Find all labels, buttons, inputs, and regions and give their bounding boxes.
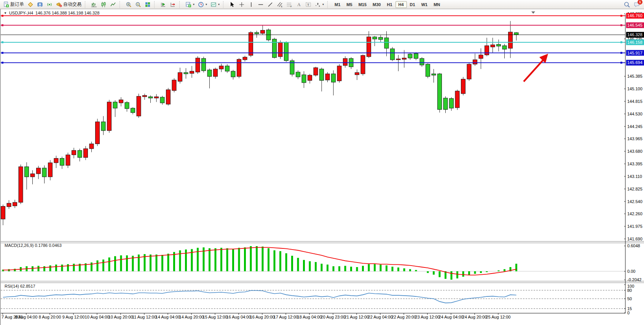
arrows-caret: ▾	[322, 3, 324, 6]
chart-ohlc-readout: 146.376 146.388 146.198 146.328	[35, 11, 99, 15]
candle-body	[255, 32, 259, 34]
hline-handle[interactable]	[2, 41, 3, 43]
timeframe-h1[interactable]: H1	[384, 1, 395, 8]
arrows-tool-button[interactable]: ▾	[313, 1, 325, 8]
auto-trading-icon	[56, 1, 62, 8]
clock-icon	[198, 1, 204, 8]
bar-chart-button[interactable]	[89, 1, 99, 8]
templates-caret: ▾	[218, 3, 220, 6]
svg-text:T: T	[307, 3, 309, 6]
time-axis-label: 10 Aug 20:00	[108, 315, 133, 319]
periods-button[interactable]: ▾	[196, 1, 209, 8]
candle-body	[432, 74, 436, 75]
timeframe-d1[interactable]: D1	[407, 1, 418, 8]
auto-trading-button[interactable]: 自动交易	[54, 1, 83, 8]
horizontal-line-tool-button[interactable]	[256, 1, 265, 8]
time-axis-label: 18 Aug 04:00	[297, 315, 322, 319]
hline-handle[interactable]	[620, 62, 622, 64]
hline-handle[interactable]	[2, 52, 3, 54]
timeframe-h4[interactable]: H4	[395, 1, 407, 8]
cursor-tool-button[interactable]	[227, 1, 237, 8]
timeframe-m1[interactable]: M1	[332, 1, 343, 8]
rsi-axis-label: 0	[627, 311, 630, 315]
line-chart-button[interactable]	[108, 1, 118, 8]
time-axis-label: 8 Aug 04:00	[15, 315, 38, 319]
candle-body	[278, 42, 282, 57]
chevron-down-icon: ▼	[4, 11, 7, 15]
macd-axis-label: 0.6048	[627, 243, 640, 248]
text-label-icon: T	[305, 1, 311, 8]
candle-body	[261, 30, 265, 33]
price-axis-label: 145.100	[627, 86, 642, 91]
timeframe-mn[interactable]: MN	[430, 1, 443, 8]
toolbar-separator	[154, 1, 156, 8]
candle-body	[502, 46, 507, 49]
crosshair-icon	[238, 1, 245, 8]
fibonacci-tool-button[interactable]: F	[284, 1, 294, 8]
candle-body	[7, 203, 11, 207]
candle-body	[302, 75, 306, 83]
equidistant-channel-tool-button[interactable]: E	[275, 1, 284, 8]
market-depth-button[interactable]	[26, 1, 35, 8]
signals-button[interactable]	[45, 1, 54, 8]
chart-title-bar[interactable]: ▼ USDJPY-,H4 146.376 146.388 146.198 146…	[4, 10, 99, 16]
trendline-tool-button[interactable]	[265, 1, 275, 8]
panel-separator[interactable]	[1, 242, 644, 243]
templates-button[interactable]: ▾	[209, 1, 221, 8]
timeframe-m5[interactable]: M5	[343, 1, 355, 8]
crosshair-tool-button[interactable]	[237, 1, 246, 8]
indicators-button[interactable]: ▾	[183, 1, 196, 8]
candle-body	[172, 80, 176, 91]
price-axis-label: 144.815	[627, 99, 642, 104]
notifications-button[interactable]: 1	[634, 1, 640, 8]
hline-handle[interactable]	[620, 41, 622, 43]
zoom-out-button[interactable]	[133, 1, 143, 8]
time-axis-label: 9 Aug 12:00	[62, 315, 85, 319]
data-window-button[interactable]	[35, 1, 45, 8]
price-axis-label: 143.110	[627, 174, 642, 179]
candle-body	[296, 72, 300, 77]
auto-scroll-button[interactable]	[158, 1, 168, 8]
hline-handle[interactable]	[620, 24, 622, 26]
price-axis-label: 141.690	[627, 237, 642, 241]
hline-handle[interactable]	[620, 52, 622, 54]
text-tool-button[interactable]: A	[294, 1, 303, 8]
text-label-tool-button[interactable]: T	[303, 1, 313, 8]
hline-handle[interactable]	[620, 15, 622, 17]
svg-text:E: E	[281, 5, 282, 8]
price-line-label: 146.545	[627, 23, 642, 27]
vertical-line-tool-button[interactable]	[246, 1, 256, 8]
timeframe-w1[interactable]: W1	[418, 1, 431, 8]
tile-windows-button[interactable]	[143, 1, 152, 8]
chart-shift-marker[interactable]	[531, 11, 535, 14]
timeframe-m30[interactable]: M30	[370, 1, 384, 8]
chart-shift-icon	[169, 1, 176, 8]
zoom-in-button[interactable]	[124, 1, 133, 8]
chart-shift-button[interactable]	[168, 1, 177, 8]
price-axis-label: 145.385	[627, 74, 642, 78]
candle-body	[485, 46, 489, 55]
arrow-annotation[interactable]	[524, 58, 545, 82]
price-axis-label: 141.975	[627, 224, 642, 229]
new-order-button[interactable]: 新订单	[1, 1, 26, 8]
equidistant-channel-icon: E	[276, 1, 283, 8]
chart-canvas[interactable]: 146.805146.235145.385145.100144.815144.5…	[1, 9, 644, 320]
candle-body	[113, 102, 117, 108]
price-axis-label: 143.680	[627, 149, 642, 154]
timeframe-m15[interactable]: M15	[355, 1, 370, 8]
candlestick-chart-button[interactable]	[99, 1, 108, 8]
candle-body	[184, 72, 188, 74]
candle-body	[214, 69, 218, 77]
macd-axis-label: 0.00	[627, 269, 635, 274]
candle-body	[143, 95, 147, 96]
panel-separator[interactable]	[1, 281, 644, 283]
hline-handle[interactable]	[2, 24, 3, 26]
hline-handle[interactable]	[2, 15, 3, 17]
new-order-label: 新订单	[10, 1, 24, 8]
candle-body	[119, 100, 123, 103]
tile-windows-icon	[144, 1, 151, 8]
candle-body	[137, 96, 141, 116]
candle-body	[491, 45, 495, 47]
search-icon[interactable]	[623, 1, 630, 8]
hline-handle[interactable]	[2, 62, 3, 64]
